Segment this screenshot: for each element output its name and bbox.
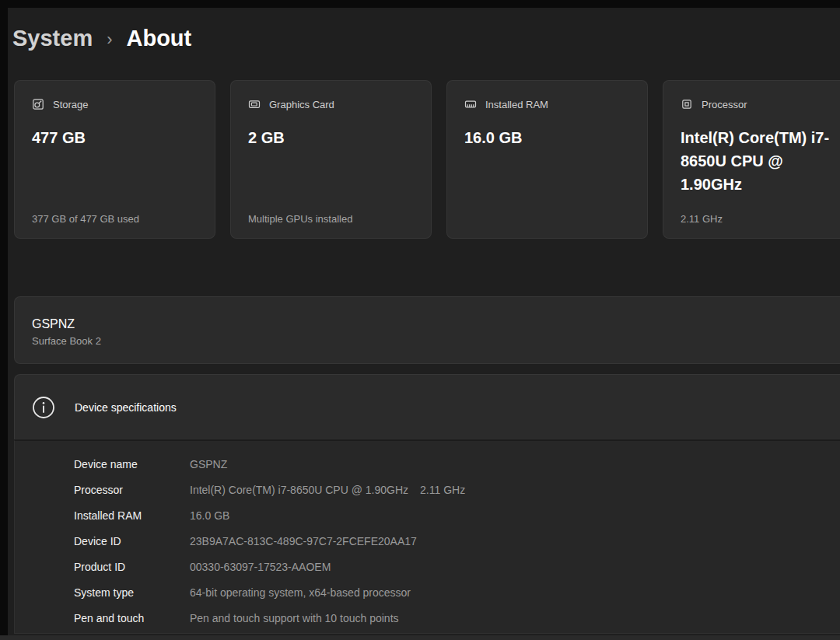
- spec-value: 23B9A7AC-813C-489C-97C7-2FCEFE20AA17: [190, 535, 417, 547]
- installed-ram-header: Installed RAM: [464, 98, 630, 110]
- spec-value: 16.0 GB: [190, 509, 229, 522]
- spec-label: Device ID: [74, 535, 190, 547]
- breadcrumb: System › About: [12, 26, 191, 51]
- spec-value: 00330-63097-17523-AAOEM: [190, 561, 331, 573]
- window-edge-top: [0, 0, 840, 8]
- storage-icon: [32, 98, 44, 110]
- card-value: 16.0 GB: [464, 126, 629, 149]
- card-label: Installed RAM: [485, 99, 548, 110]
- breadcrumb-system[interactable]: System: [12, 26, 93, 51]
- device-specifications-expander[interactable]: Device specifications: [14, 374, 840, 439]
- section-title: Device specifications: [75, 401, 177, 414]
- spec-value: Pen and touch support with 10 touch poin…: [190, 612, 399, 624]
- spec-row-installed-ram: Installed RAM 16.0 GB: [74, 502, 840, 528]
- next-section-edge: [0, 635, 840, 640]
- spec-label: Product ID: [74, 561, 190, 573]
- page-title: About: [127, 26, 192, 51]
- card-value: 477 GB: [32, 126, 197, 149]
- spec-label: Pen and touch: [74, 612, 190, 624]
- installed-ram-card: Installed RAM 16.0 GB: [446, 80, 648, 239]
- gpu-icon: [248, 98, 261, 110]
- device-model: Surface Book 2: [32, 335, 840, 347]
- processor-card: Processor Intel(R) Core(TM) i7-8650U CPU…: [663, 80, 840, 239]
- device-name-card: GSPNZ Surface Book 2: [14, 296, 840, 364]
- window-edge-left: [0, 0, 8, 635]
- spec-label: Processor: [74, 484, 190, 496]
- processor-icon: [681, 98, 693, 110]
- card-detail: Multiple GPUs installed: [248, 213, 352, 225]
- graphics-card-card[interactable]: Graphics Card 2 GB Multiple GPUs install…: [230, 80, 432, 239]
- spec-value: GSPNZ: [190, 458, 227, 470]
- spec-value-clock: 2.11 GHz: [420, 484, 465, 496]
- card-label: Storage: [53, 99, 89, 110]
- card-value: 2 GB: [248, 126, 413, 149]
- spec-row-device-id: Device ID 23B9A7AC-813C-489C-97C7-2FCEFE…: [74, 528, 840, 554]
- storage-card-header: Storage: [32, 98, 198, 110]
- info-icon: [32, 396, 55, 419]
- card-label: Graphics Card: [269, 99, 334, 110]
- spec-row-pen-and-touch: Pen and touch Pen and touch support with…: [74, 605, 840, 631]
- spec-row-product-id: Product ID 00330-63097-17523-AAOEM: [74, 554, 840, 579]
- card-detail: 377 GB of 477 GB used: [32, 213, 139, 225]
- device-specifications-body: Device name GSPNZ Processor Intel(R) Cor…: [14, 440, 840, 634]
- device-name: GSPNZ: [32, 317, 840, 331]
- spec-label: Device name: [74, 458, 190, 470]
- chevron-right-icon: ›: [107, 28, 112, 50]
- card-detail: 2.11 GHz: [681, 213, 723, 225]
- card-value: Intel(R) Core(TM) i7-8650U CPU @ 1.90GHz: [681, 126, 840, 196]
- processor-card-header: Processor: [681, 98, 840, 110]
- spec-row-system-type: System type 64-bit operating system, x64…: [74, 579, 840, 605]
- spec-row-device-name: Device name GSPNZ: [74, 451, 840, 477]
- settings-about-page: System › About Storage 477 GB 377 GB of …: [0, 0, 840, 640]
- card-label: Processor: [702, 99, 747, 110]
- storage-card[interactable]: Storage 477 GB 377 GB of 477 GB used: [14, 80, 215, 239]
- summary-cards: Storage 477 GB 377 GB of 477 GB used Gra…: [14, 80, 840, 239]
- graphics-card-header: Graphics Card: [248, 98, 414, 110]
- spec-label: System type: [74, 586, 190, 599]
- spec-row-processor: Processor Intel(R) Core(TM) i7-8650U CPU…: [74, 477, 840, 502]
- spec-value: 64-bit operating system, x64-based proce…: [190, 586, 411, 599]
- spec-value: Intel(R) Core(TM) i7-8650U CPU @ 1.90GHz: [190, 484, 408, 496]
- ram-icon: [464, 98, 477, 110]
- spec-label: Installed RAM: [74, 509, 190, 522]
